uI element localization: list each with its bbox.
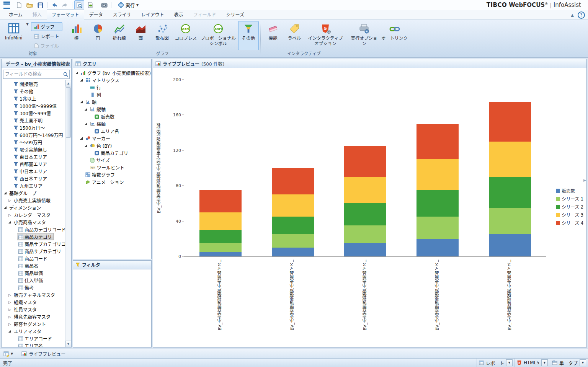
export-button[interactable] (85, 0, 95, 10)
chart-type-button[interactable]: 棒 (66, 21, 87, 50)
bar-segment[interactable] (344, 225, 386, 243)
collapsed-expander-icon[interactable]: ▷ (8, 293, 12, 297)
bar-stack[interactable] (344, 80, 386, 256)
bar-stack[interactable] (416, 80, 459, 256)
bar-segment[interactable] (344, 243, 386, 256)
chart-type-button[interactable]: esriプロポーショナルシンボル (199, 21, 237, 50)
expanded-expander-icon[interactable] (84, 144, 88, 148)
caret-down-icon[interactable]: ▼ (541, 359, 548, 366)
collapsed-expander-icon[interactable]: ▷ (8, 322, 12, 326)
data-field-item[interactable]: 商品カテゴリ (2, 233, 65, 240)
chart-type-button[interactable]: その他 (238, 21, 259, 50)
scroll-down-button[interactable]: ▼ (65, 341, 71, 347)
data-field-item[interactable]: 300億～999億 (2, 109, 65, 117)
data-field-item[interactable]: ▷カレンダーマスタ (2, 211, 65, 219)
output-type-combo[interactable]: レポート ▼ (477, 359, 514, 367)
labels-button[interactable]: ラベル (284, 21, 305, 50)
bar-segment[interactable] (272, 168, 314, 194)
tab-mode-combo[interactable]: 単一タブ ▼ (550, 359, 588, 367)
save-button[interactable] (35, 0, 45, 10)
ribbon-tab[interactable]: フィールド (188, 9, 221, 20)
collapse-panel-arrow-icon[interactable]: ▶ (583, 178, 586, 182)
bar-segment[interactable] (489, 208, 531, 234)
data-field-item[interactable]: 1兆以上 (2, 95, 65, 102)
data-field-item[interactable]: エリアマスタ (2, 328, 65, 335)
query-tree-item[interactable]: マーカー (73, 135, 151, 142)
expanded-expander-icon[interactable] (84, 107, 88, 111)
collapsed-expander-icon[interactable]: ▷ (8, 213, 12, 217)
data-field-item[interactable]: ▷小売売上実績情報 (2, 197, 65, 204)
query-tree-item[interactable]: エリア名 (73, 127, 151, 135)
caret-down-icon[interactable]: ▼ (26, 23, 28, 26)
bar-segment[interactable] (199, 190, 242, 212)
collapsed-expander-icon[interactable]: ▷ (8, 198, 12, 202)
data-field-item[interactable]: 間接販売 (2, 80, 65, 88)
expanded-expander-icon[interactable] (75, 71, 79, 75)
data-field-item[interactable]: 中日本エリア (2, 168, 65, 175)
field-search-input[interactable] (3, 72, 62, 77)
bar-segment[interactable] (272, 234, 314, 248)
ribbon-tab[interactable]: レイアウト (136, 9, 169, 20)
scroll-up-button[interactable]: ▲ (65, 80, 71, 86)
scrollbar-track[interactable] (65, 86, 71, 341)
chart-type-button[interactable]: 円 (88, 21, 108, 50)
query-tree-item[interactable]: アニメーション (73, 178, 151, 186)
app-menu-button[interactable] (0, 0, 13, 10)
data-field-item[interactable]: 九州エリア (2, 182, 65, 189)
query-tree-item[interactable]: 列 (73, 91, 151, 98)
data-field-item[interactable]: 売上高不明 (2, 117, 65, 124)
data-field-item[interactable]: 商品コード (2, 255, 65, 262)
bar-segment[interactable] (199, 252, 242, 256)
ribbon-tab[interactable]: スライサ (108, 9, 136, 20)
autolink-button[interactable]: オートリンク (380, 21, 409, 50)
bar-segment[interactable] (344, 146, 386, 177)
caret-down-icon[interactable]: ▼ (506, 359, 513, 366)
output-format-combo[interactable]: 5 HTML5 ▼ (514, 359, 550, 367)
new-document-button[interactable] (14, 0, 24, 10)
help-icon[interactable]: ? (578, 11, 585, 19)
chart-type-button[interactable]: esriコロプレス (173, 21, 199, 50)
bar-segment[interactable] (416, 190, 459, 217)
data-field-item[interactable]: ～599万円 (2, 139, 65, 146)
data-field-item[interactable]: 東日本エリア (2, 153, 65, 160)
data-field-item[interactable]: 商品サブカテゴリコー (2, 240, 65, 248)
expanded-expander-icon[interactable] (8, 220, 12, 224)
expanded-expander-icon[interactable] (79, 100, 83, 104)
preview-button[interactable] (74, 0, 84, 10)
data-field-item[interactable]: 首都圏エリア (2, 160, 65, 168)
ribbon-tab[interactable]: 挿入 (28, 9, 47, 20)
bar-segment[interactable] (272, 217, 314, 234)
query-tree-item[interactable]: グラフ (bv_小売実績情報検索) (73, 69, 151, 77)
query-tree-item[interactable]: xyzツールヒント (73, 164, 151, 171)
infomini-button[interactable]: InfoMini (3, 21, 24, 41)
ribbon-tab[interactable]: シリーズ (221, 9, 249, 20)
data-field-item[interactable]: ▷得意先顧客マスタ (2, 313, 65, 320)
run-options-button[interactable]: 実行オプション (349, 21, 379, 50)
data-field-item[interactable]: 1000億～9999億 (2, 102, 65, 109)
bar-segment[interactable] (489, 177, 531, 208)
data-field-item[interactable]: エリア名 (2, 342, 65, 347)
expanded-expander-icon[interactable] (3, 191, 7, 195)
bar-segment[interactable] (199, 230, 242, 243)
query-tree-item[interactable]: 縦軸 (73, 106, 151, 113)
ribbon-tab[interactable]: フォーマット (47, 9, 84, 20)
query-tree-item[interactable]: 色 (BY) (73, 142, 151, 149)
data-field-item[interactable]: ▷社員マスタ (2, 306, 65, 313)
bar-segment[interactable] (199, 212, 242, 230)
bar-stack[interactable] (489, 80, 531, 256)
expanded-expander-icon[interactable] (84, 122, 88, 126)
ribbon-tab[interactable]: データ (84, 9, 108, 20)
data-field-item[interactable]: 商品単価 (2, 269, 65, 277)
data-field-item[interactable]: 仕入単価 (2, 277, 65, 284)
bar-segment[interactable] (489, 102, 531, 142)
bar-segment[interactable] (344, 203, 386, 225)
query-tree-item[interactable]: 行 (73, 84, 151, 91)
chart-type-button[interactable]: 散布図 (152, 21, 173, 50)
bar-segment[interactable] (416, 124, 459, 159)
expanded-expander-icon[interactable] (8, 329, 12, 333)
bar-segment[interactable] (199, 243, 242, 252)
target-graph-button[interactable]: グラフ (31, 22, 62, 31)
expanded-expander-icon[interactable] (79, 136, 83, 140)
ribbon-tab[interactable]: ホーム (4, 9, 28, 20)
bar-segment[interactable] (272, 248, 314, 256)
